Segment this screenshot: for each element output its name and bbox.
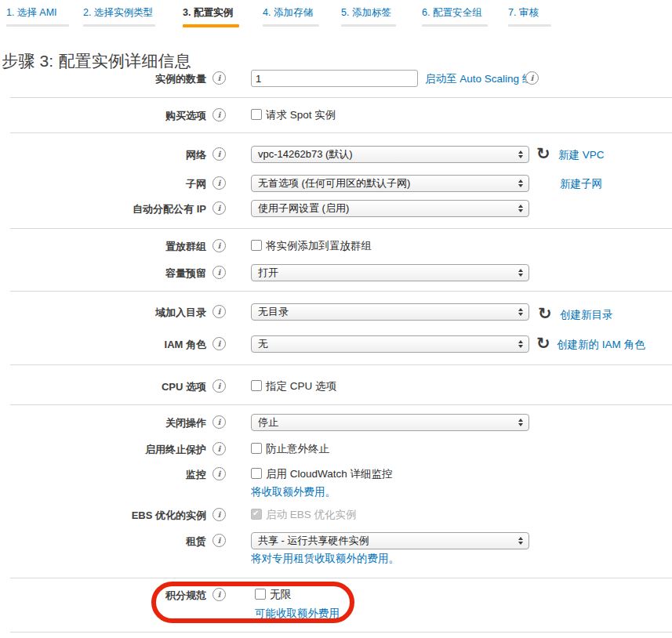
info-icon[interactable] (212, 71, 226, 85)
capacity-reservation-select-value: 打开 (258, 266, 278, 278)
tab-underline (422, 24, 488, 27)
network-select-value: vpc-14262b73 (默认) (258, 148, 353, 160)
tab-underline (83, 24, 155, 27)
auto-assign-ip-label: 自动分配公有 IP (0, 203, 206, 216)
shutdown-behavior-label: 关闭操作 (0, 417, 206, 430)
iam-role-select-value: 无 (258, 338, 268, 350)
info-icon[interactable] (212, 176, 226, 190)
unlimited-checkbox-label[interactable]: 无限 (270, 589, 291, 601)
launch-into-auto-scaling-link[interactable]: 启动至 Auto Scaling 组 (425, 73, 532, 85)
placement-group-checkbox-label[interactable]: 将实例添加到置放群组 (266, 240, 372, 252)
tab-label: 6. 配置安全组 (422, 6, 488, 20)
info-icon[interactable] (212, 442, 226, 455)
chevron-updown-icon (518, 537, 523, 545)
create-new-subnet-link[interactable]: 新建子网 (560, 178, 602, 190)
capacity-reservation-select[interactable]: 打开 (251, 264, 529, 281)
request-spot-checkbox[interactable] (251, 109, 262, 120)
ebs-optimized-label: EBS 优化的实例 (0, 509, 206, 522)
credit-specification-label: 积分规范 (0, 589, 206, 602)
divider (10, 132, 672, 133)
iam-role-select[interactable]: 无 (251, 335, 529, 353)
capacity-reservation-label: 容量预留 (0, 267, 206, 280)
subnet-select-value: 无首选项 (任何可用区的默认子网) (258, 177, 410, 189)
shutdown-behavior-select-value: 停止 (258, 416, 278, 428)
cpu-options-label: CPU 选项 (0, 381, 206, 393)
monitoring-fee-note: 将收取额外费用。 (251, 486, 336, 498)
info-icon[interactable] (212, 305, 226, 318)
domain-join-label: 域加入目录 (0, 306, 206, 319)
tab-underline (341, 24, 396, 27)
page-title: 步骤 3: 配置实例详细信息 (2, 50, 191, 72)
tab-label: 2. 选择实例类型 (83, 6, 155, 20)
chevron-updown-icon (518, 269, 523, 277)
tenancy-fee-note: 将对专用租赁收取额外的费用。 (251, 553, 399, 565)
tab-choose-instance-type[interactable]: 2. 选择实例类型 (83, 6, 155, 28)
info-icon[interactable] (212, 508, 226, 521)
tab-configure-security-group[interactable]: 6. 配置安全组 (422, 6, 488, 28)
create-new-vpc-link[interactable]: 新建 VPC (558, 149, 605, 161)
chevron-updown-icon (518, 419, 523, 426)
info-icon[interactable] (525, 71, 539, 85)
tenancy-select-value: 共享 - 运行共享硬件实例 (258, 535, 369, 546)
subnet-label: 子网 (0, 178, 206, 190)
cpu-options-checkbox-label[interactable]: 指定 CPU 选项 (266, 380, 336, 393)
termination-protection-checkbox-label[interactable]: 防止意外终止 (266, 443, 329, 455)
refresh-icon[interactable]: ↻ (538, 306, 552, 321)
tab-review[interactable]: 7. 审核 (508, 6, 551, 28)
tab-add-storage[interactable]: 4. 添加存储 (263, 6, 319, 28)
request-spot-checkbox-label[interactable]: 请求 Spot 实例 (266, 109, 336, 121)
network-select[interactable]: vpc-14262b73 (默认) (251, 146, 529, 163)
placement-group-checkbox[interactable] (251, 240, 262, 251)
info-icon[interactable] (212, 379, 226, 393)
tab-label: 1. 选择 AMI (6, 6, 69, 20)
chevron-updown-icon (518, 308, 523, 316)
info-icon[interactable] (212, 147, 226, 161)
info-icon[interactable] (212, 266, 226, 279)
instance-count-label: 实例的数量 (0, 73, 206, 85)
tab-underline (263, 24, 319, 27)
tenancy-select[interactable]: 共享 - 运行共享硬件实例 (251, 532, 529, 549)
tab-add-tags[interactable]: 5. 添加标签 (341, 6, 396, 28)
ebs-optimized-checkbox-label: 启动 EBS 优化实例 (266, 509, 357, 521)
unlimited-checkbox[interactable] (255, 589, 266, 600)
tenancy-label: 租赁 (0, 535, 206, 548)
credit-fee-note: 可能收取额外费用 (255, 607, 340, 620)
info-icon[interactable] (212, 108, 226, 121)
info-icon[interactable] (212, 467, 226, 480)
placement-group-label: 置放群组 (0, 241, 206, 253)
info-icon[interactable] (212, 337, 226, 350)
create-new-iam-role-link[interactable]: 创建新的 IAM 角色 (557, 339, 645, 351)
info-icon[interactable] (212, 415, 226, 429)
monitoring-label: 监控 (0, 469, 206, 481)
shutdown-behavior-select[interactable]: 停止 (251, 414, 529, 431)
divider (10, 578, 672, 578)
tab-configure-instance[interactable]: 3. 配置实例 (183, 6, 239, 28)
domain-join-select[interactable]: 无目录 (251, 303, 529, 321)
info-icon[interactable] (212, 239, 226, 252)
chevron-updown-icon (518, 205, 523, 212)
network-label: 网络 (0, 149, 206, 161)
chevron-updown-icon (518, 179, 523, 187)
info-icon[interactable] (212, 201, 226, 215)
cpu-options-checkbox[interactable] (251, 380, 262, 391)
tab-label: 5. 添加标签 (341, 6, 396, 20)
divider (10, 228, 672, 229)
monitoring-checkbox[interactable] (251, 468, 262, 479)
refresh-icon[interactable]: ↻ (536, 147, 550, 161)
tab-underline (508, 24, 551, 27)
iam-role-label: IAM 角色 (0, 339, 206, 351)
monitoring-checkbox-label[interactable]: 启用 CloudWatch 详细监控 (266, 468, 393, 480)
termination-protection-checkbox[interactable] (251, 443, 262, 454)
info-icon[interactable] (212, 588, 226, 601)
refresh-icon[interactable]: ↻ (536, 336, 550, 350)
divider (10, 632, 672, 633)
subnet-select[interactable]: 无首选项 (任何可用区的默认子网) (251, 175, 529, 192)
instance-count-input[interactable] (251, 70, 418, 87)
tab-choose-ami[interactable]: 1. 选择 AMI (6, 6, 69, 28)
tab-label: 4. 添加存储 (263, 6, 319, 20)
auto-assign-ip-select[interactable]: 使用子网设置 (启用) (251, 200, 529, 217)
chevron-updown-icon (518, 340, 523, 348)
info-icon[interactable] (212, 534, 226, 547)
purchase-option-label: 购买选项 (0, 110, 206, 122)
create-new-directory-link[interactable]: 创建新目录 (560, 309, 613, 321)
